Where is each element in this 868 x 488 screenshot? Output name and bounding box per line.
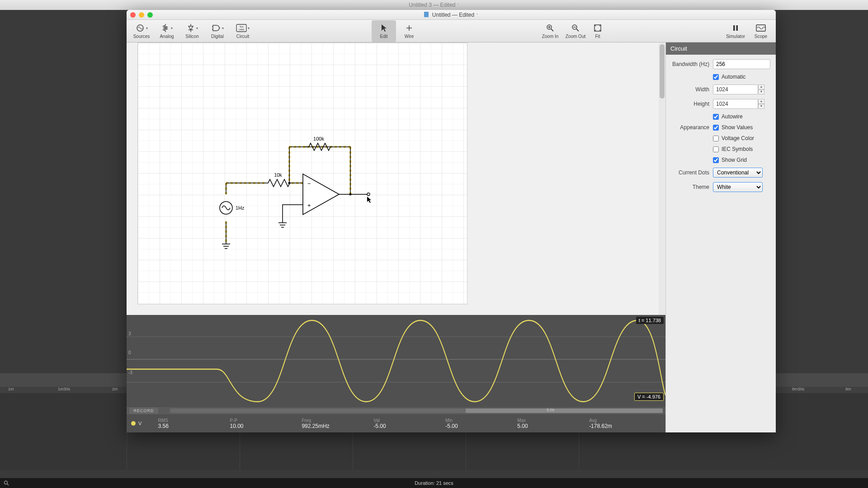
analog-button[interactable]: ▾ Analog — [155, 20, 179, 42]
svg-rect-12 — [736, 25, 738, 31]
zoom-in-button[interactable]: Zoom In — [538, 20, 562, 42]
svg-rect-11 — [733, 25, 735, 31]
height-stepper[interactable]: ▲▼ — [758, 99, 764, 109]
simulator-button[interactable]: Simulator — [723, 20, 748, 42]
text-label-icon: TextLabel — [236, 24, 247, 32]
width-stepper[interactable]: ▲▼ — [758, 84, 764, 94]
zoom-button[interactable] — [147, 12, 153, 18]
cursor-icon — [380, 23, 387, 33]
scope-stats: V RMS3.56 P-P10.00 Freq992.25mHz Val-5.0… — [127, 414, 665, 432]
opamp: − + — [303, 174, 339, 215]
search-icon[interactable] — [4, 480, 9, 486]
ground-source — [222, 244, 230, 249]
height-input[interactable]: 1024 — [713, 99, 758, 109]
show-grid-checkbox[interactable] — [713, 157, 719, 163]
resistor-feedback: 100k — [305, 136, 332, 150]
zoom-out-button[interactable]: Zoom Out — [563, 20, 588, 42]
svg-text:+: + — [307, 202, 311, 209]
fit-button[interactable]: Fit — [589, 20, 607, 42]
close-button[interactable] — [130, 12, 136, 18]
svg-rect-13 — [756, 25, 765, 31]
silicon-button[interactable]: ▾ Silicon — [180, 20, 204, 42]
width-input[interactable]: 1024 — [713, 84, 758, 94]
toolbar: ▾ Sources ▾ Analog ▾ Silicon ▾ Digital T… — [127, 20, 776, 42]
svg-line-7 — [551, 29, 553, 31]
circuit-button[interactable]: TextLabel▾ Circuit — [231, 20, 255, 42]
wire-tool-button[interactable]: Wire — [397, 20, 421, 42]
window-title[interactable]: Untitled — Edited ˅ — [153, 12, 750, 18]
zoom-out-icon — [571, 24, 580, 32]
schematic-canvas-area[interactable]: 10k 100k − + — [127, 42, 665, 315]
mouse-cursor — [367, 197, 371, 203]
svg-line-9 — [576, 29, 579, 31]
diode-icon — [186, 23, 195, 33]
output-node — [367, 193, 370, 196]
edit-tool-button[interactable]: Edit — [372, 20, 396, 42]
titlebar: Untitled — Edited ˅ — [127, 10, 776, 20]
pause-icon — [732, 24, 739, 32]
app-window: Untitled — Edited ˅ ▾ Sources ▾ Analog ▾… — [127, 10, 776, 432]
minimize-button[interactable] — [139, 12, 144, 18]
outer-window-title: Untitled 3 — Edited ˅ — [0, 0, 868, 10]
scope-button[interactable]: Scope — [749, 20, 773, 42]
svg-point-24 — [288, 182, 291, 184]
svg-point-25 — [349, 193, 352, 196]
inspector-title: Circuit — [666, 42, 776, 55]
scope-waveform — [127, 315, 665, 407]
svg-text:Label: Label — [239, 28, 244, 31]
scope-timeline[interactable]: RECORD 5.0s — [127, 407, 665, 414]
voltage-color-checkbox[interactable] — [713, 136, 719, 141]
probe-indicator[interactable]: V — [131, 421, 158, 426]
show-values-checkbox[interactable] — [713, 125, 719, 131]
source-freq-label: 1Hz — [236, 205, 245, 211]
automatic-checkbox[interactable] — [713, 74, 719, 80]
fit-icon — [594, 24, 602, 32]
ground-opamp — [278, 223, 287, 227]
scope-value-label: V = -4.976 — [634, 393, 664, 401]
scope-time-label: t = 11.738 — [636, 317, 664, 324]
ac-source: 1Hz — [220, 202, 245, 214]
schematic-svg: 10k 100k − + — [138, 43, 468, 305]
status-bar: Duration: 21 secs — [0, 478, 868, 488]
resistor-input-value: 10k — [274, 172, 282, 178]
scope-graph[interactable]: t = 11.738 V = -4.976 3 0 -3 — [127, 315, 665, 407]
probe-dot-icon — [131, 421, 136, 426]
current-dots-select[interactable]: Conventional — [713, 168, 763, 178]
bandwidth-input[interactable] — [713, 59, 770, 69]
scope-panel: t = 11.738 V = -4.976 3 0 -3 RECORD — [127, 315, 665, 432]
theme-select[interactable]: White — [713, 182, 763, 192]
vertical-scrollbar[interactable] — [659, 42, 665, 315]
record-button[interactable]: RECORD — [129, 408, 158, 414]
resistor-icon — [161, 23, 170, 33]
scope-icon — [756, 24, 766, 32]
iec-symbols-checkbox[interactable] — [713, 146, 719, 152]
scope-scrub-bar[interactable]: 5.0s — [170, 408, 663, 413]
digital-button[interactable]: ▾ Digital — [205, 20, 230, 42]
sine-source-icon — [135, 23, 145, 33]
resistor-feedback-value: 100k — [313, 136, 324, 141]
svg-line-1 — [7, 484, 9, 485]
sources-button[interactable]: ▾ Sources — [129, 20, 154, 42]
resistor-input: 10k — [264, 172, 292, 187]
inspector-panel: Circuit Bandwidth (Hz) Automatic Width 1… — [665, 42, 776, 432]
zoom-in-icon — [546, 24, 554, 32]
status-text: Duration: 21 secs — [415, 480, 453, 486]
autowire-checkbox[interactable] — [713, 114, 719, 120]
plus-icon — [406, 24, 413, 32]
document-icon — [424, 12, 429, 17]
and-gate-icon — [211, 23, 221, 33]
schematic-canvas[interactable]: 10k 100k − + — [137, 42, 467, 305]
svg-text:−: − — [307, 180, 311, 187]
svg-point-0 — [5, 481, 8, 484]
